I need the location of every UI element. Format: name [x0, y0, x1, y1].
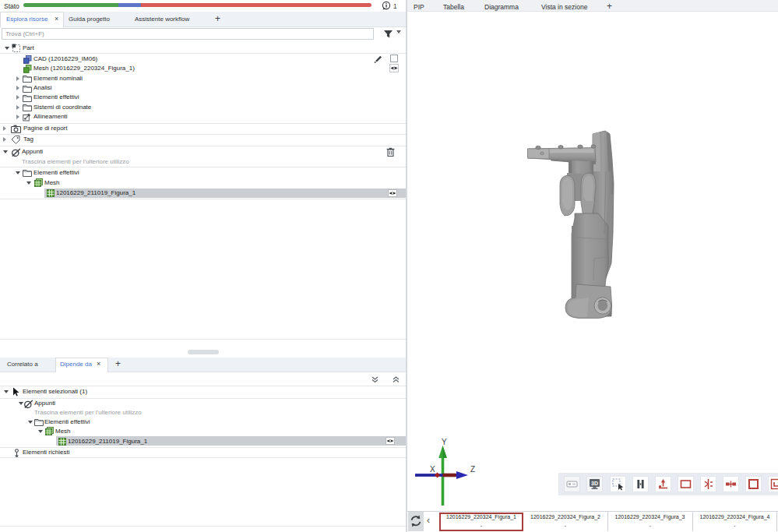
svg-text:3D: 3D	[591, 481, 598, 486]
svg-text:X: X	[430, 465, 435, 474]
svg-text:Y: Y	[442, 438, 447, 446]
svg-text:Z: Z	[470, 465, 475, 474]
